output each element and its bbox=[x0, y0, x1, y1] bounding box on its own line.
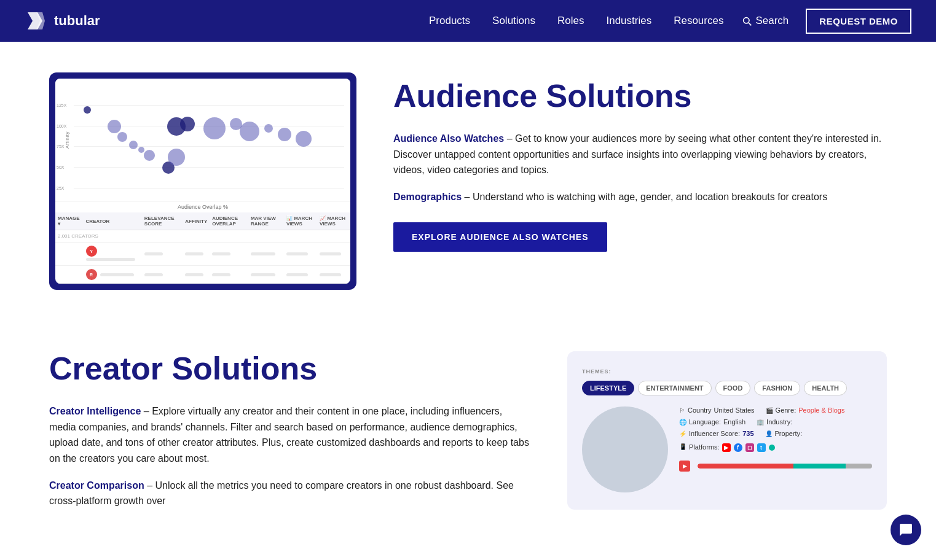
overlap-1 bbox=[212, 252, 230, 255]
audience-section: Affinity 125X 100X 75X 50X 25X bbox=[49, 42, 887, 314]
chart-x-label: Audience Overlap % bbox=[55, 201, 350, 212]
bubble-15 bbox=[278, 128, 291, 141]
range-cell-1 bbox=[248, 243, 284, 266]
bubble-13 bbox=[240, 122, 259, 141]
manage-cell-2 bbox=[55, 266, 84, 284]
platform-dot bbox=[769, 445, 775, 451]
language-value: English bbox=[723, 418, 745, 426]
instagram-icon: ◻ bbox=[745, 443, 754, 452]
affinity-cell-2 bbox=[183, 266, 210, 284]
navbar: tubular Products Solutions Roles Industr… bbox=[0, 0, 936, 42]
bubble-10 bbox=[180, 117, 195, 131]
affinity-1 bbox=[185, 252, 203, 255]
meta-row-language: 🌐 Language: English 🏢 Industry: bbox=[679, 418, 872, 426]
svg-point-2 bbox=[744, 18, 749, 23]
bubble-5 bbox=[138, 147, 144, 153]
twitter-icon: t bbox=[757, 443, 766, 452]
views1-1 bbox=[286, 252, 308, 255]
range-1 bbox=[251, 252, 275, 255]
platform-icons: ▶ f ◻ t bbox=[722, 443, 775, 452]
search-button[interactable]: Search bbox=[742, 15, 789, 27]
bubble-14 bbox=[264, 124, 273, 133]
chart-table: MANAGE ▾ CREATOR RELEVANCE SCORE AFFINIT… bbox=[55, 212, 350, 284]
overlap-cell-2 bbox=[210, 266, 248, 284]
country-label: Country bbox=[688, 406, 712, 414]
meta-row-platforms: 📱 Platforms: ▶ f ◻ t bbox=[679, 441, 872, 452]
overlap-cell-1 bbox=[210, 243, 248, 266]
col-creator: CREATOR bbox=[84, 212, 142, 230]
views2-1 bbox=[320, 252, 341, 255]
search-label: Search bbox=[755, 15, 789, 27]
scatter-chart: Affinity 125X 100X 75X 50X 25X bbox=[55, 79, 350, 201]
progress-red bbox=[698, 464, 793, 469]
nav-solutions[interactable]: Solutions bbox=[492, 15, 535, 26]
facebook-icon: f bbox=[734, 443, 742, 452]
chart-y-label: Affinity bbox=[65, 131, 70, 149]
property-icon: 👤 bbox=[765, 430, 773, 437]
tag-health[interactable]: HEALTH bbox=[804, 381, 847, 395]
property-label: Property: bbox=[775, 430, 803, 437]
score-1 bbox=[144, 252, 163, 255]
audience-feature2-desc: – Understand who is watching with age, g… bbox=[465, 192, 828, 202]
logo[interactable]: tubular bbox=[25, 9, 100, 33]
grid-label-75: 75X bbox=[57, 144, 64, 149]
nav-industries[interactable]: Industries bbox=[606, 15, 651, 26]
creator-avatar-2: R bbox=[86, 269, 97, 280]
language-icon: 🌐 bbox=[679, 419, 686, 426]
tag-lifestyle[interactable]: LIFESTYLE bbox=[582, 381, 634, 395]
tag-fashion[interactable]: FASHION bbox=[754, 381, 800, 395]
tag-entertainment[interactable]: ENTERTAINMENT bbox=[638, 381, 711, 395]
creator-name-1 bbox=[86, 258, 135, 261]
main-content: Affinity 125X 100X 75X 50X 25X bbox=[0, 42, 936, 545]
theme-tags: LIFESTYLE ENTERTAINMENT FOOD FASHION HEA… bbox=[582, 381, 872, 395]
meta-genre: 🎬 Genre: People & Blogs bbox=[766, 406, 845, 414]
views2-2 bbox=[320, 273, 341, 276]
creator-meta: 🏳 Country United States 🎬 Genre: People … bbox=[679, 406, 872, 472]
audience-feature2: Demographics – Understand who is watchin… bbox=[393, 189, 887, 205]
nav-resources[interactable]: Resources bbox=[674, 15, 723, 26]
overlap-2 bbox=[212, 273, 230, 276]
creator-avatar-big bbox=[582, 406, 668, 492]
nav-products[interactable]: Products bbox=[429, 15, 470, 26]
explore-button[interactable]: EXPLORE AUDIENCE ALSO WATCHES bbox=[393, 222, 607, 252]
chat-button[interactable] bbox=[891, 515, 921, 545]
creator-feature1-title: Creator Intelligence bbox=[49, 406, 141, 416]
col-relevance: RELEVANCE SCORE bbox=[142, 212, 183, 230]
affinity-cell-1 bbox=[183, 243, 210, 266]
bubble-4 bbox=[129, 141, 138, 149]
score-cell-2 bbox=[142, 266, 183, 284]
col-manage: MANAGE ▾ bbox=[55, 212, 84, 230]
table-row: Y bbox=[55, 243, 350, 266]
logo-icon bbox=[25, 9, 48, 33]
audience-feature2-title: Demographics bbox=[393, 192, 462, 202]
industry-icon: 🏢 bbox=[757, 419, 764, 426]
meta-platforms: 📱 Platforms: ▶ f ◻ t bbox=[679, 441, 775, 452]
meta-influencer: ⚡ Influencer Score: 735 bbox=[679, 430, 754, 437]
col-march-views2: 📈 MARCH VIEWS bbox=[317, 212, 350, 230]
score-2 bbox=[144, 273, 163, 276]
industry-label: Industry: bbox=[766, 418, 792, 426]
audience-text: Audience Solutions Audience Also Watches… bbox=[393, 72, 887, 252]
grid-label-100: 100X bbox=[57, 123, 66, 128]
progress-area: ▶ bbox=[679, 461, 872, 472]
platforms-icon: 📱 bbox=[679, 443, 686, 450]
tag-food[interactable]: FOOD bbox=[715, 381, 751, 395]
themes-label: THEMES: bbox=[582, 368, 872, 375]
views1-cell-2 bbox=[284, 266, 317, 284]
creator-feature2-title: Creator Comparison bbox=[49, 480, 144, 491]
audience-feature1: Audience Also Watches – Get to know your… bbox=[393, 131, 887, 178]
col-overlap: AUDIENCE OVERLAP bbox=[210, 212, 248, 230]
meta-row-country: 🏳 Country United States 🎬 Genre: People … bbox=[679, 406, 872, 414]
search-icon bbox=[742, 16, 752, 26]
nav-roles[interactable]: Roles bbox=[557, 15, 584, 26]
country-value: United States bbox=[714, 406, 755, 414]
grid-label-125: 125X bbox=[57, 103, 66, 107]
chart-inner: Affinity 125X 100X 75X 50X 25X bbox=[55, 79, 350, 284]
request-demo-button[interactable]: REQUEST DEMO bbox=[806, 9, 911, 34]
meta-row-score: ⚡ Influencer Score: 735 👤 Property: bbox=[679, 430, 872, 437]
progress-bar bbox=[698, 464, 872, 469]
genre-label: Genre: bbox=[776, 406, 796, 414]
range-2 bbox=[251, 273, 275, 276]
bubble-2 bbox=[108, 120, 121, 133]
meta-property: 👤 Property: bbox=[765, 430, 803, 437]
